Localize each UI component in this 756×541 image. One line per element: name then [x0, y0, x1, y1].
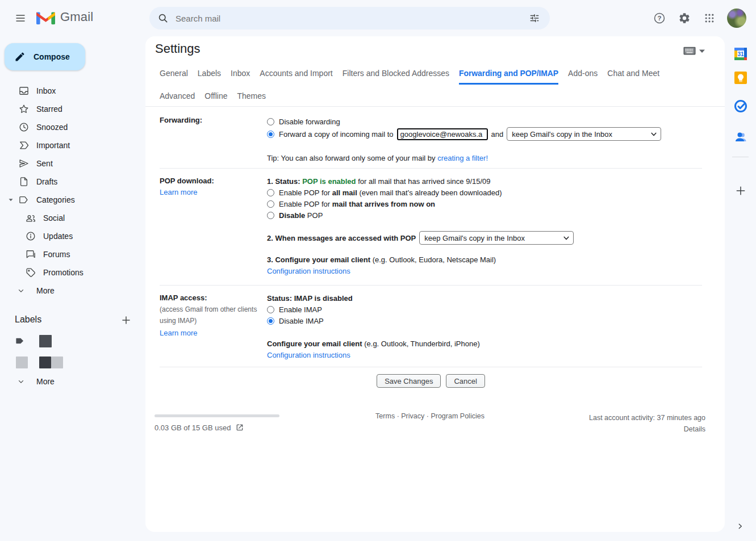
sidebar-item-updates[interactable]: Updates [0, 227, 139, 245]
apps-grid-button[interactable] [703, 11, 716, 25]
search-options-icon [529, 12, 540, 24]
sidebar-item-promotions[interactable]: Promotions [0, 263, 139, 282]
categories-expand-icon[interactable] [7, 196, 15, 204]
sidebar-item-starred[interactable]: Starred [0, 100, 139, 118]
keep-icon [733, 70, 748, 85]
sidebar-item-categories[interactable]: Categories [0, 191, 139, 209]
creating-a-filter-link[interactable]: creating a filter! [437, 154, 488, 162]
help-button[interactable]: ? [653, 11, 666, 25]
redacted-label-name[interactable] [39, 335, 52, 347]
save-changes-button[interactable]: Save Changes [377, 374, 441, 388]
imap-access-section: IMAP access: (access Gmail from other cl… [160, 286, 702, 367]
enable-pop-now-radio[interactable] [267, 200, 274, 208]
details-link[interactable]: Details [684, 425, 705, 433]
keep-button[interactable] [733, 70, 748, 85]
labels-more: More [0, 372, 139, 391]
enable-pop-all-option[interactable]: Enable POP for all mail (even mail that'… [267, 187, 702, 198]
sidebar-item-social[interactable]: Social [0, 209, 139, 227]
search-bar[interactable] [149, 7, 550, 30]
sidebar-item-more[interactable]: More [0, 282, 139, 300]
promotions-icon [25, 267, 36, 278]
tab-general[interactable]: General [160, 69, 188, 85]
forward-action-select[interactable]: keep Gmail's copy in the Inbox [507, 127, 661, 141]
tab-themes[interactable]: Themes [237, 91, 266, 107]
tab-offline[interactable]: Offline [204, 91, 227, 107]
tasks-button[interactable] [733, 99, 748, 114]
sidebar-item-inbox[interactable]: Inbox [0, 82, 139, 100]
tab-labels[interactable]: Labels [198, 69, 221, 85]
settings-sections: Forwarding: Disable forwarding Forward a… [160, 107, 702, 388]
forward-action-value: keep Gmail's copy in the Inbox [512, 130, 612, 139]
disable-forwarding-option[interactable]: Disable forwarding [267, 116, 702, 127]
tab-forwarding-and-pop-imap[interactable]: Forwarding and POP/IMAP [459, 69, 558, 85]
disable-imap-option[interactable]: Disable IMAP [267, 315, 702, 326]
tab-filters-and-blocked-addresses[interactable]: Filters and Blocked Addresses [343, 69, 449, 85]
redacted-label-name[interactable] [39, 357, 51, 368]
redacted-label-icon[interactable] [16, 357, 28, 368]
enable-pop-now-option[interactable]: Enable POP for mail that arrives from no… [267, 198, 702, 209]
open-in-new-icon[interactable] [235, 423, 244, 432]
search-options-button[interactable] [526, 10, 543, 27]
get-addons-button[interactable] [734, 184, 747, 198]
tab-advanced[interactable]: Advanced [160, 91, 195, 107]
hide-side-panel-button[interactable] [734, 520, 746, 532]
sidebar-item-label: Snoozed [36, 123, 68, 132]
sidebar-item-important[interactable]: Important [0, 136, 139, 154]
pencil-icon [14, 51, 26, 62]
left-sidebar: Compose Inbox Starred Snoozed Important … [0, 36, 145, 541]
tab-chat-and-meet[interactable]: Chat and Meet [607, 69, 659, 85]
sidebar-item-snoozed[interactable]: Snoozed [0, 118, 139, 136]
contacts-button[interactable] [733, 129, 748, 144]
forward-email-input[interactable] [397, 128, 488, 140]
enable-imap-radio[interactable] [267, 306, 274, 313]
forward-copy-radio[interactable] [267, 131, 274, 138]
privacy-link[interactable]: Privacy [401, 412, 424, 420]
chevron-right-icon [736, 522, 744, 530]
sidebar-item-forums[interactable]: Forums [0, 245, 139, 263]
select-caret-icon [563, 236, 569, 240]
cancel-button[interactable]: Cancel [446, 374, 484, 388]
sidebar-item-sent[interactable]: Sent [0, 154, 139, 173]
tab-inbox[interactable]: Inbox [231, 69, 250, 85]
forward-copy-option[interactable]: Forward a copy of incoming mail to and k… [267, 127, 702, 141]
settings-gear-button[interactable] [678, 11, 691, 25]
hamburger-menu-button[interactable] [10, 8, 31, 28]
redacted-label-name[interactable] [51, 357, 63, 368]
app-name: Gmail [60, 10, 93, 24]
disable-pop-radio[interactable] [267, 212, 274, 219]
imap-configure-text: Configure your email client (e.g. Outloo… [267, 338, 702, 349]
sidebar-item-drafts[interactable]: Drafts [0, 173, 139, 191]
terms-link[interactable]: Terms [375, 412, 395, 420]
search-input[interactable] [174, 13, 526, 24]
labels-more-button[interactable]: More [0, 372, 139, 391]
imap-config-instructions-link[interactable]: Configuration instructions [267, 351, 350, 359]
compose-button[interactable]: Compose [5, 43, 85, 70]
pop-learn-more-link[interactable]: Learn more [160, 187, 197, 198]
plus-icon [735, 185, 746, 196]
disable-imap-radio[interactable] [267, 317, 274, 325]
imap-learn-more-link[interactable]: Learn more [160, 328, 197, 339]
calendar-button[interactable]: 31 [733, 47, 748, 61]
program-policies-link[interactable]: Program Policies [431, 412, 484, 420]
tab-add-ons[interactable]: Add-ons [568, 69, 598, 85]
disable-forwarding-radio[interactable] [267, 118, 274, 125]
disable-pop-option[interactable]: Disable POP [267, 209, 702, 221]
gmail-logo[interactable]: Gmail [36, 10, 93, 24]
updates-icon [25, 230, 36, 242]
sidebar-item-label: Promotions [43, 268, 83, 277]
disable-forwarding-label: Disable forwarding [279, 118, 340, 126]
forums-icon [25, 249, 36, 260]
enable-pop-all-radio[interactable] [267, 189, 274, 196]
pop-status-text: 1. Status: POP is enabled for all mail t… [267, 175, 702, 187]
pop-config-instructions-link[interactable]: Configuration instructions [267, 267, 350, 275]
pop-action-value: keep Gmail's copy in the Inbox [424, 234, 525, 242]
add-label-button[interactable] [119, 313, 133, 327]
calendar-icon: 31 [733, 47, 748, 61]
enable-imap-option[interactable]: Enable IMAP [267, 304, 702, 315]
pop-section-label: POP download: [160, 175, 267, 187]
user-avatar[interactable] [727, 9, 746, 28]
tab-accounts-and-import[interactable]: Accounts and Import [260, 69, 332, 85]
form-actions: Save Changes Cancel [160, 374, 702, 388]
pop-action-select[interactable]: keep Gmail's copy in the Inbox [419, 231, 574, 245]
input-tools-button[interactable] [683, 47, 705, 55]
